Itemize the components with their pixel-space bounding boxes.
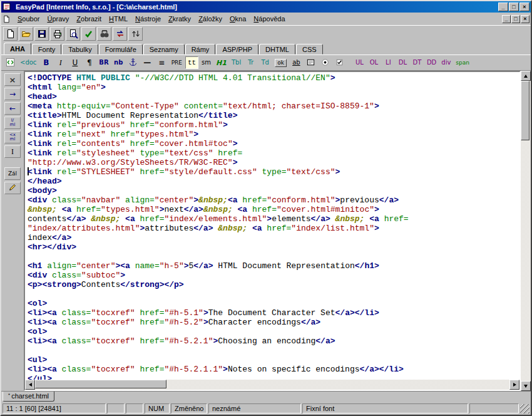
- doc-tab-charset[interactable]: * charset.html: [3, 392, 54, 402]
- unordered-list-button[interactable]: UL: [353, 56, 366, 69]
- new-file-button[interactable]: [3, 27, 18, 41]
- maximize-button[interactable]: □: [509, 3, 519, 11]
- save-file-button[interactable]: [34, 27, 49, 41]
- insert-cursor-button[interactable]: I: [4, 145, 21, 158]
- scroll-right-button[interactable]: [509, 380, 519, 390]
- code-line: <hr></div>: [28, 242, 519, 252]
- scroll-up-button[interactable]: [521, 71, 531, 81]
- vscroll-thumb[interactable]: [521, 81, 529, 140]
- tab-fonty[interactable]: Fonty: [32, 44, 62, 55]
- list-item-button[interactable]: LI: [382, 56, 395, 69]
- title-bar[interactable]: EasyPad [Internet Info, s.r.o.] - [C:\a\…: [1, 1, 531, 13]
- close-file-button[interactable]: ×: [4, 73, 21, 86]
- menu-napoveda[interactable]: Nápověda: [250, 14, 289, 24]
- checkbox-button[interactable]: [333, 56, 346, 69]
- xml-mode-button[interactable]: <xml: [4, 131, 21, 143]
- paragraph-button[interactable]: ¶: [83, 56, 96, 69]
- bookmarks-button[interactable]: Zál: [4, 167, 21, 180]
- menu-okna[interactable]: Okna: [226, 14, 250, 24]
- code-line: <link rel="stylesheet" type="text/css" h…: [28, 148, 519, 158]
- div-label: div: [441, 60, 451, 66]
- vscroll-track[interactable]: [521, 81, 531, 381]
- print-preview-button[interactable]: [66, 27, 80, 41]
- menu-zkratky[interactable]: Zkratky: [165, 14, 195, 24]
- menu-upravy[interactable]: Úpravy: [43, 14, 73, 24]
- horizontal-rule-button[interactable]: —: [141, 56, 154, 69]
- shift-left-button[interactable]: ←: [4, 102, 21, 115]
- pre-button[interactable]: PRE: [170, 56, 184, 69]
- pen-button[interactable]: [4, 182, 21, 194]
- tab-ramy[interactable]: Rámy: [185, 44, 216, 55]
- teletype-button[interactable]: tt: [185, 56, 198, 69]
- menu-html[interactable]: HTML: [105, 14, 131, 24]
- main-toolbar: [1, 25, 531, 41]
- code-line: "http://www.w3.org/StyleSheets/TR/W3C-RE…: [28, 158, 519, 167]
- nbsp-button[interactable]: nb: [112, 56, 125, 69]
- definition-term-button[interactable]: DT: [411, 56, 424, 69]
- code-line: <ul>: [28, 355, 519, 365]
- left-arrow-icon: [29, 383, 32, 387]
- syntax-check-button[interactable]: [81, 27, 96, 41]
- code-line: <html lang="en">: [28, 83, 519, 92]
- tab-css[interactable]: CSS: [296, 44, 323, 55]
- span-button[interactable]: span: [454, 56, 471, 69]
- table-button[interactable]: Tbl: [230, 56, 243, 69]
- vertical-scrollbar[interactable]: [521, 71, 531, 391]
- horizontal-scrollbar[interactable]: [25, 380, 519, 390]
- scroll-left-button[interactable]: [25, 380, 35, 390]
- tab-aha[interactable]: AHA: [4, 43, 31, 55]
- resize-grip[interactable]: [520, 404, 529, 413]
- scroll-down-button[interactable]: [521, 381, 531, 391]
- tag-wizard-button[interactable]: [4, 56, 17, 69]
- code-line: <h1 align="center"><a name="h-5">5</a> H…: [28, 261, 519, 271]
- form-button-button[interactable]: ok: [273, 56, 289, 69]
- open-file-icon: [21, 29, 31, 39]
- italic-button[interactable]: I: [54, 56, 67, 69]
- code-line: [28, 289, 519, 299]
- menu-soubor[interactable]: Soubor: [14, 14, 43, 24]
- text-input-button[interactable]: ab: [290, 56, 303, 69]
- menu-nastroje[interactable]: Nástroje: [131, 14, 165, 24]
- tab-dhtml[interactable]: DHTML: [259, 44, 295, 55]
- textarea-button[interactable]: [304, 56, 317, 69]
- code-line: </ul>: [28, 374, 519, 380]
- underline-button[interactable]: U: [68, 56, 81, 69]
- div-button[interactable]: div: [439, 56, 453, 69]
- heading-1-button[interactable]: H1: [214, 56, 228, 69]
- print-button[interactable]: [50, 27, 64, 41]
- code-editor[interactable]: <!DOCTYPE HTML PUBLIC "-//W3C//DTD HTML …: [25, 72, 519, 380]
- small-button[interactable]: sm: [200, 56, 213, 69]
- menu-zalozky[interactable]: Záložky: [195, 14, 226, 24]
- mdi-close-button[interactable]: ×: [521, 15, 529, 23]
- mdi-restore-button[interactable]: □: [511, 15, 520, 23]
- table-cell-button[interactable]: Td: [258, 56, 272, 69]
- window-controls: _□×: [498, 3, 529, 11]
- definition-desc-button[interactable]: DD: [425, 56, 438, 69]
- definition-list-button[interactable]: DL: [396, 56, 409, 69]
- tab-formulare[interactable]: Formuláře: [99, 44, 143, 55]
- shift-right-button[interactable]: →: [4, 88, 21, 100]
- close-button[interactable]: ×: [519, 3, 529, 11]
- sort-button[interactable]: [128, 27, 143, 41]
- mdi-minimize-button[interactable]: _: [502, 15, 511, 23]
- tab-asp-php[interactable]: ASP/PHP: [216, 44, 258, 55]
- open-file-button[interactable]: [19, 27, 33, 41]
- radio-button[interactable]: [319, 56, 332, 69]
- minimize-button[interactable]: _: [498, 3, 508, 11]
- html-mode-button[interactable]: I/ml: [4, 117, 21, 129]
- doctype-button[interactable]: <doc: [18, 56, 38, 69]
- hscroll-track[interactable]: [35, 380, 509, 390]
- menu-zobrazit[interactable]: Zobrazit: [73, 14, 105, 24]
- find-button[interactable]: [97, 27, 111, 41]
- line-break-label: BR: [99, 60, 108, 66]
- bold-button[interactable]: B: [39, 56, 53, 69]
- anchor-button[interactable]: [126, 56, 140, 69]
- block-button[interactable]: ≡: [155, 56, 168, 69]
- tab-seznamy[interactable]: Seznamy: [143, 44, 185, 55]
- hscroll-thumb[interactable]: [35, 380, 166, 388]
- tab-tabulky[interactable]: Tabulky: [62, 44, 98, 55]
- table-row-button[interactable]: Tr: [244, 56, 257, 69]
- line-break-button[interactable]: BR: [97, 56, 110, 69]
- replace-button[interactable]: [113, 27, 127, 41]
- ordered-list-button[interactable]: OL: [367, 56, 381, 69]
